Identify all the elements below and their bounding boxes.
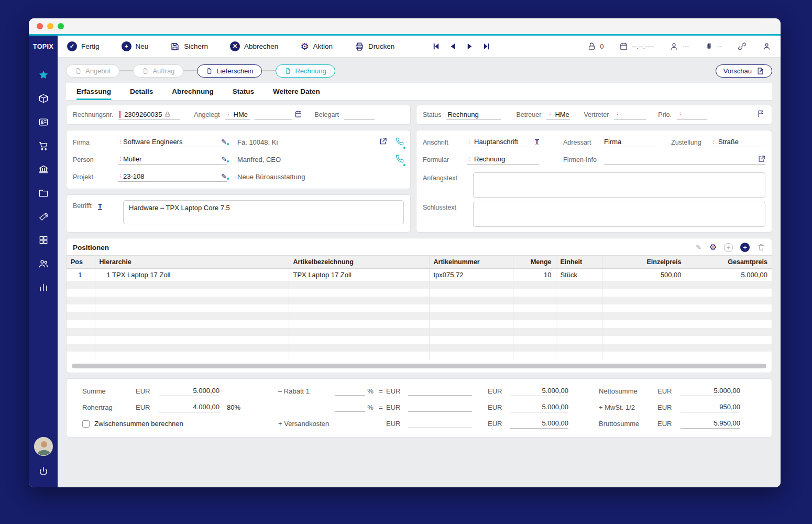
- positions-settings-button[interactable]: ⚙: [709, 243, 717, 252]
- minimize-window-button[interactable]: [47, 23, 53, 29]
- drucken-button[interactable]: Drucken: [355, 42, 394, 51]
- zustellung-field[interactable]: ⋮ Straße: [711, 138, 765, 147]
- prio-flag-button[interactable]: [757, 110, 765, 120]
- close-window-button[interactable]: [37, 23, 43, 29]
- table-row[interactable]: 1 1 TPX Laptop 17 Zoll TPX Laptop 17 Zol…: [67, 269, 772, 281]
- prio-field[interactable]: ⋮: [677, 110, 707, 120]
- col-artikelnummer[interactable]: Artikelnummer: [429, 256, 513, 269]
- person-field[interactable]: ⋮ Müller ✎: [118, 155, 227, 165]
- table-row-empty[interactable]: [67, 352, 772, 359]
- assignee-indicator[interactable]: ---: [670, 42, 689, 51]
- phone-button[interactable]: [396, 137, 404, 148]
- col-gesamtpreis[interactable]: Gesamtpreis: [686, 256, 772, 269]
- firma-field[interactable]: ⋮ Software Engineers ✎: [118, 138, 227, 147]
- neu-button[interactable]: + Neu: [122, 41, 149, 51]
- rabatt2-prozent-input[interactable]: [335, 403, 365, 412]
- attachments-indicator[interactable]: --: [705, 42, 722, 51]
- sidebar-item-contacts[interactable]: [38, 116, 49, 128]
- links-indicator[interactable]: [738, 42, 747, 51]
- workflow-step-auftrag[interactable]: Auftrag: [133, 64, 183, 78]
- fertig-button[interactable]: ✓ Fertig: [67, 41, 100, 51]
- sidebar-item-reports[interactable]: [38, 281, 49, 293]
- insert-position-button[interactable]: +: [724, 243, 733, 252]
- sidebar-item-documents[interactable]: [38, 187, 49, 199]
- edit-pencil-icon[interactable]: ✎: [221, 156, 227, 162]
- table-row-empty[interactable]: [67, 312, 772, 320]
- angelegt-field[interactable]: ⋮ HMe: [225, 110, 250, 120]
- edit-pencil-icon[interactable]: ✎: [221, 138, 227, 145]
- sichern-button[interactable]: Sichern: [170, 42, 208, 51]
- col-einzelpreis[interactable]: Einzelpreis: [602, 256, 686, 269]
- col-artikelbezeichnung[interactable]: Artikelbezeichnung: [289, 256, 429, 269]
- zwischensummen-checkbox[interactable]: [82, 420, 90, 428]
- delete-position-button[interactable]: [757, 243, 765, 252]
- previous-record-button[interactable]: [449, 42, 457, 50]
- table-row-empty[interactable]: [67, 336, 772, 344]
- logout-button[interactable]: [38, 466, 49, 479]
- sidebar-item-favorites[interactable]: [38, 69, 49, 81]
- user-avatar[interactable]: [34, 437, 53, 456]
- angelegt-date-field[interactable]: [255, 110, 292, 120]
- anschrift-field[interactable]: ⋮ Hauptanschrift T: [467, 138, 539, 147]
- table-row-empty[interactable]: [67, 289, 772, 297]
- edit-position-button[interactable]: ✎: [696, 244, 702, 251]
- col-pos[interactable]: Pos: [67, 256, 95, 269]
- zoom-window-button[interactable]: [58, 23, 64, 29]
- sidebar-item-staff[interactable]: [38, 258, 49, 269]
- tab-abrechnung[interactable]: Abrechnung: [172, 83, 214, 100]
- horizontal-scrollbar[interactable]: [72, 364, 766, 368]
- sidebar-item-apps[interactable]: [38, 234, 49, 246]
- sidebar-item-tools[interactable]: [38, 211, 49, 222]
- edit-pencil-icon[interactable]: ✎: [221, 173, 227, 180]
- next-record-button[interactable]: [466, 42, 474, 50]
- anfangstext-textarea[interactable]: [473, 172, 765, 198]
- betrifft-textarea[interactable]: Hardware – TPX Laptop Core 7.5: [123, 200, 404, 224]
- vorschau-button[interactable]: Vorschau: [716, 64, 772, 78]
- col-einheit[interactable]: Einheit: [556, 256, 602, 269]
- abbrechen-button[interactable]: ✕ Abbrechen: [230, 41, 278, 51]
- tab-details[interactable]: Details: [130, 83, 153, 100]
- sidebar-item-sales[interactable]: [38, 140, 49, 151]
- table-row-empty[interactable]: [67, 344, 772, 352]
- table-row-empty[interactable]: [67, 281, 772, 289]
- table-row-empty[interactable]: [67, 320, 772, 328]
- betreuer-field[interactable]: ⋮ HMe: [546, 110, 570, 120]
- rabatt-prozent-input[interactable]: [335, 387, 365, 396]
- adressart-field[interactable]: Firma: [604, 138, 656, 147]
- date-picker-button[interactable]: [294, 110, 302, 120]
- locks-indicator[interactable]: 0: [587, 42, 603, 51]
- col-hierarchie[interactable]: Hierarchie: [95, 256, 289, 269]
- table-row-empty[interactable]: [67, 297, 772, 304]
- versandkosten-input[interactable]: [408, 419, 472, 428]
- tab-weitere-daten[interactable]: Weitere Daten: [273, 83, 320, 100]
- rabatt2-betrag-input[interactable]: [408, 403, 472, 412]
- workflow-step-rechnung[interactable]: Rechnung: [276, 64, 335, 78]
- workflow-step-lieferschein[interactable]: Lieferschein: [197, 64, 262, 78]
- first-record-button[interactable]: [432, 42, 440, 50]
- last-record-button[interactable]: [482, 42, 490, 50]
- belegart-field[interactable]: [344, 110, 375, 120]
- open-record-button[interactable]: [758, 155, 765, 163]
- contact-link-indicator[interactable]: [762, 42, 771, 51]
- status-field[interactable]: Rechnung: [446, 110, 501, 120]
- phone-button[interactable]: [396, 155, 404, 165]
- text-format-icon[interactable]: T: [535, 138, 539, 145]
- workflow-step-angebot[interactable]: Angebot: [66, 64, 119, 78]
- table-row-empty[interactable]: [67, 328, 772, 336]
- date-indicator[interactable]: --.--.----: [619, 42, 654, 51]
- col-menge[interactable]: Menge: [513, 256, 556, 269]
- sidebar-item-finance[interactable]: [38, 163, 49, 175]
- formular-field[interactable]: ⋮ Rechnung: [467, 155, 539, 165]
- tab-status[interactable]: Status: [233, 83, 254, 100]
- vertreter-field[interactable]: ⋮: [614, 110, 646, 120]
- aktion-button[interactable]: ⚙ Aktion: [300, 42, 333, 51]
- sidebar-item-products[interactable]: [38, 93, 49, 104]
- projekt-field[interactable]: ⋮ 23-108 ✎: [118, 172, 227, 182]
- rabatt-betrag-input[interactable]: [408, 387, 472, 396]
- schlusstext-textarea[interactable]: [473, 202, 765, 227]
- tab-erfassung[interactable]: Erfassung: [76, 83, 111, 100]
- table-row-empty[interactable]: [67, 304, 772, 312]
- text-format-icon[interactable]: T: [98, 203, 102, 210]
- rechnungsnr-field[interactable]: 2309260035: [118, 110, 180, 120]
- firmeninfo-field[interactable]: [604, 155, 765, 165]
